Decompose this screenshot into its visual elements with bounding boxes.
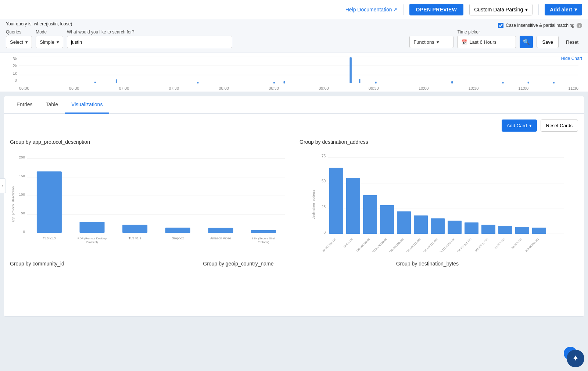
y-label-1k: 1k [6, 71, 17, 75]
svg-text:52.39.7.218: 52.39.7.218 [511, 238, 523, 249]
svg-text:50: 50 [322, 179, 326, 183]
x-label-0900: 09:00 [319, 86, 329, 90]
svg-text:TLS v1.2: TLS v1.2 [129, 236, 141, 240]
svg-text:0: 0 [323, 231, 326, 235]
svg-text:RDP (Remote Desktop: RDP (Remote Desktop [78, 237, 107, 240]
svg-rect-8 [283, 81, 285, 83]
card-app-protocol-title: Group by app_protocol_description [10, 139, 288, 145]
query-top-row: Your query is: where(justin, loose) Case… [6, 21, 582, 29]
functions-dropdown[interactable]: Functions ▾ [409, 36, 453, 48]
card-community-id: Group by community_id [10, 261, 192, 271]
query-controls: Queries Select ▾ Mode Simple ▾ What woul… [6, 29, 582, 48]
time-picker-group: Time picker 📅 Last 6 Hours [457, 29, 516, 48]
svg-text:app_protocol_description: app_protocol_description [11, 186, 15, 222]
help-doc-link[interactable]: Help Documentation ↗ [345, 7, 397, 13]
svg-rect-7 [273, 82, 275, 83]
mode-label: Mode [36, 29, 63, 35]
functions-label: Functions [413, 39, 434, 45]
x-label-0600: 06:00 [19, 86, 29, 90]
mode-dropdown[interactable]: Simple ▾ [36, 36, 63, 48]
svg-rect-11 [375, 82, 377, 83]
custom-parsing-button[interactable]: Custom Data Parsing ▾ [469, 4, 533, 15]
svg-rect-6 [197, 82, 198, 83]
card-destination-address: Group by destination_address destination… [300, 139, 578, 253]
card-geoip-title: Group by geoip_country_name [203, 261, 385, 267]
svg-text:50: 50 [21, 211, 25, 215]
card-app-protocol: Group by app_protocol_description app_pr… [10, 139, 288, 253]
svg-rect-55 [397, 211, 411, 234]
tab-table[interactable]: Table [39, 96, 65, 114]
svg-rect-30 [80, 222, 105, 233]
card-dest-bytes: Group by destination_bytes [396, 261, 578, 271]
case-insensitive-label: Case insensitive & partial matching [506, 23, 574, 28]
svg-rect-61 [498, 226, 512, 234]
mode-value: Simple [40, 39, 54, 45]
functions-group: Functions ▾ [409, 36, 453, 48]
svg-rect-15 [553, 82, 555, 83]
queries-dropdown[interactable]: Select ▾ [6, 36, 32, 48]
svg-rect-4 [94, 82, 96, 83]
svg-text:SSH (Secure Shell: SSH (Secure Shell [252, 237, 276, 240]
time-picker-input[interactable]: 📅 Last 6 Hours [457, 36, 516, 48]
bar-chart-svg-2: destination_address 0 25 50 75 [300, 149, 578, 252]
svg-text:Protocol): Protocol) [86, 240, 98, 244]
queries-label: Queries [6, 29, 32, 35]
svg-text:221.111.2.245.184: 221.111.2.245.184 [438, 238, 455, 252]
open-preview-button[interactable]: OPEN PREVIEW [409, 4, 464, 15]
add-card-button[interactable]: Add Card ▾ [502, 119, 537, 132]
chart-x-labels: 06:00 06:30 07:00 07:30 08:00 08:30 09:0… [19, 85, 578, 93]
add-alert-label: Add alert [550, 7, 572, 13]
search-input[interactable] [67, 36, 232, 48]
svg-text:Amazon Video: Amazon Video [210, 236, 231, 240]
tab-visualizations[interactable]: Visualizations [65, 96, 109, 114]
add-alert-button[interactable]: Add alert ▾ [545, 4, 582, 15]
svg-text:243.10.175.189.59: 243.10.175.189.59 [370, 238, 387, 252]
reset-cards-button[interactable]: Reset Cards [541, 119, 578, 132]
mode-group: Mode Simple ▾ [36, 29, 63, 48]
chevron-down-icon6: ▾ [529, 123, 532, 128]
y-label-2k: 2k [6, 64, 17, 68]
info-icon[interactable]: i [577, 23, 582, 28]
save-button[interactable]: Save [537, 36, 559, 48]
svg-rect-28 [37, 171, 62, 233]
svg-text:255.255.255.255: 255.255.255.255 [389, 238, 404, 252]
svg-rect-9 [349, 57, 352, 83]
svg-text:200: 200 [19, 155, 25, 159]
svg-rect-10 [359, 79, 360, 83]
svg-text:25: 25 [322, 205, 326, 209]
query-info-prefix: Your query is: [6, 21, 33, 26]
chevron-down-icon: ▾ [525, 7, 528, 13]
left-panel-toggle[interactable]: ‹ [0, 178, 6, 193]
search-group: What would you like to search for? [67, 29, 406, 48]
svg-rect-60 [481, 225, 495, 234]
svg-text:254.169.112.245: 254.169.112.245 [423, 238, 438, 252]
svg-text:75: 75 [322, 154, 326, 158]
bar-chart-svg-1: app_protocol_description 0 50 100 150 20… [10, 149, 288, 252]
search-button[interactable]: 🔍 [520, 36, 533, 48]
y-label-3k: 3k [6, 57, 17, 61]
chart-area: Hide Chart 3k 2k 1k 0 [0, 53, 588, 92]
search-label: What would you like to search for? [67, 29, 406, 35]
main-content: Entries Table Visualizations Add Card ▾ … [4, 96, 584, 317]
svg-rect-59 [465, 222, 478, 234]
svg-text:100: 100 [19, 192, 25, 196]
chart-container: 3k 2k 1k 0 [6, 57, 582, 92]
svg-text:143.159.12.593: 143.159.12.593 [474, 238, 488, 252]
y-label-0: 0 [6, 78, 17, 82]
x-label-0830: 08:30 [269, 86, 279, 90]
reset-button[interactable]: Reset [562, 36, 582, 48]
svg-rect-56 [414, 215, 428, 234]
svg-rect-63 [532, 228, 546, 234]
tab-entries[interactable]: Entries [10, 96, 39, 114]
chevron-down-icon4: ▾ [57, 39, 59, 45]
calendar-icon: 📅 [461, 39, 467, 45]
svg-rect-12 [451, 81, 453, 83]
case-insensitive-checkbox[interactable] [498, 23, 503, 28]
search-icon: 🔍 [523, 39, 530, 45]
external-link-icon: ↗ [394, 7, 397, 12]
x-label-0930: 09:30 [369, 86, 379, 90]
custom-parsing-label: Custom Data Parsing [474, 7, 523, 13]
svg-text:91.36.7.218: 91.36.7.218 [494, 238, 506, 249]
x-label-0800: 08:00 [219, 86, 229, 90]
svg-text:192.168.128.59: 192.168.128.59 [356, 238, 370, 252]
